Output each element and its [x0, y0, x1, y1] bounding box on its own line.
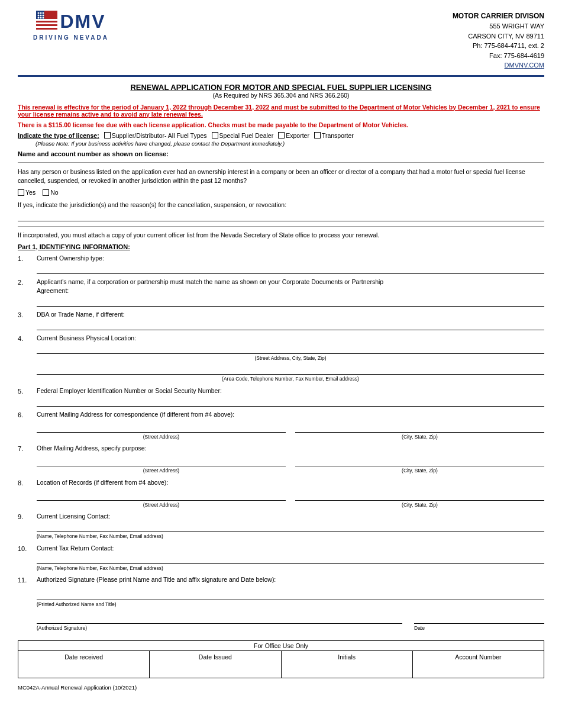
- item-7-number: 7.: [18, 444, 37, 452]
- license-options: Supplier/Distributor- All Fuel Types Spe…: [104, 132, 354, 139]
- item-2: 2. Applicant's name, if a corporation or…: [18, 278, 544, 307]
- item-11-printed-field[interactable]: [37, 591, 544, 600]
- item-9: 9. Current Licensing Contact: (Name, Tel…: [18, 512, 544, 540]
- item-11-printed-sublabel: (Printed Authorized Name and Title): [37, 601, 544, 608]
- item-8-label: Location of Records (if different from #…: [37, 479, 168, 486]
- item-11: 11. Authorized Signature (Please print N…: [18, 575, 544, 632]
- item-7-content: Other Mailing Address, specify purpose: …: [37, 444, 544, 475]
- item-11-date-field[interactable]: [414, 614, 544, 624]
- logo-subtitle: DRIVING NEVADA: [33, 34, 109, 41]
- page: DMV DRIVING NEVADA MOTOR CARRIER DIVISON…: [0, 0, 562, 728]
- svg-point-5: [38, 15, 40, 17]
- item-1-number: 1.: [18, 254, 37, 262]
- checkbox-exporter[interactable]: Exporter: [278, 132, 309, 139]
- checkbox-transporter-box[interactable]: [314, 132, 321, 138]
- item-9-label: Current Licensing Contact:: [37, 513, 110, 520]
- item-7-street-label: (Street Address): [37, 467, 286, 475]
- office-cell-account-number: Account Number: [413, 651, 544, 678]
- checkbox-exporter-label: Exporter: [286, 132, 309, 139]
- item-9-number: 9.: [18, 512, 37, 520]
- address-line1: 555 WRIGHT WAY: [124, 21, 544, 31]
- office-use-row: Date received Date Issued Initials Accou…: [18, 651, 544, 678]
- footer-text: MC042A-Annual Renewal Application (10/20…: [18, 684, 544, 691]
- office-cell-date-issued-label: Date Issued: [199, 653, 232, 661]
- item-10-sublabel: (Name, Telephone Number, Fax Number, Ema…: [37, 565, 544, 572]
- item-10-field[interactable]: [37, 555, 544, 564]
- item-7-city-label: (City, State, Zip): [295, 467, 544, 475]
- fax: Fax: 775-684-4619: [124, 51, 544, 61]
- checkbox-special-fuel-box[interactable]: [212, 132, 218, 138]
- svg-point-7: [43, 15, 44, 17]
- item-5-number: 5.: [18, 386, 37, 395]
- item-3-field[interactable]: [37, 321, 544, 330]
- checkbox-exporter-box[interactable]: [278, 132, 285, 138]
- checkbox-supplier[interactable]: Supplier/Distributor- All Fuel Types: [104, 132, 207, 139]
- item-2-content: Applicant's name, if a corporation or pa…: [37, 278, 544, 307]
- main-title: RENEWAL APPLICATION FOR MOTOR AND SPECIA…: [18, 83, 544, 92]
- item-1-content: Current Ownership type:: [37, 254, 544, 274]
- item-7-label: Other Mailing Address, specify purpose:: [37, 444, 147, 452]
- office-use-section: For Office Use Only Date received Date I…: [18, 640, 544, 678]
- item-11-content: Authorized Signature (Please print Name …: [37, 575, 544, 632]
- item-6: 6. Current Mailing Address for correspon…: [18, 410, 544, 441]
- no-option[interactable]: No: [43, 188, 58, 198]
- checkbox-transporter[interactable]: Transporter: [314, 132, 354, 139]
- item-6-content: Current Mailing Address for corresponden…: [37, 410, 544, 441]
- divider-1: [18, 162, 544, 163]
- item-4-phone-field[interactable]: [37, 365, 544, 375]
- item-8-city-field[interactable]: [295, 491, 544, 501]
- item-3: 3. DBA or Trade Name, if different:: [18, 310, 544, 330]
- item-6-label: Current Mailing Address for corresponden…: [37, 411, 234, 418]
- item-6-street-field[interactable]: [37, 423, 286, 433]
- item-8-street-field[interactable]: [37, 491, 286, 501]
- item-10-content: Current Tax Return Contact: (Name, Telep…: [37, 544, 544, 572]
- item-8-content: Location of Records (if different from #…: [37, 478, 544, 509]
- divider-2: [18, 226, 544, 227]
- item-6-city-label: (City, State, Zip): [295, 433, 544, 441]
- logo-area: DMV DRIVING NEVADA: [18, 11, 124, 41]
- item-9-field[interactable]: [37, 523, 544, 532]
- license-note: (Please Note: If your business activitie…: [35, 140, 544, 147]
- item-9-sublabel: (Name, Telephone Number, Fax Number, Ema…: [37, 533, 544, 540]
- item-1-field[interactable]: [37, 265, 544, 274]
- checkbox-special-fuel[interactable]: Special Fuel Dealer: [212, 132, 274, 139]
- yes-checkbox[interactable]: [18, 189, 24, 196]
- item-5-content: Federal Employer Identification Number o…: [37, 386, 544, 407]
- item-7-street-field[interactable]: [37, 457, 286, 466]
- item-6-city-field[interactable]: [295, 423, 544, 433]
- office-cell-initials-label: Initials: [338, 653, 356, 661]
- svg-rect-14: [36, 30, 57, 32]
- item-10: 10. Current Tax Return Contact: (Name, T…: [18, 544, 544, 572]
- item-7: 7. Other Mailing Address, specify purpos…: [18, 444, 544, 475]
- jurisdiction-field[interactable]: [18, 211, 544, 221]
- item-4-label: Current Business Physical Location:: [37, 334, 136, 342]
- item-4: 4. Current Business Physical Location: (…: [18, 334, 544, 383]
- checkbox-supplier-box[interactable]: [104, 132, 111, 138]
- item-2-number: 2.: [18, 278, 37, 286]
- item-4-street-field[interactable]: [37, 344, 544, 354]
- license-type-label: Indicate the type of license:: [18, 132, 99, 139]
- svg-point-10: [43, 17, 44, 19]
- item-10-label: Current Tax Return Contact:: [37, 545, 114, 552]
- office-cell-date-received-label: Date received: [64, 653, 103, 661]
- phone: Ph: 775-684-4711, ext. 2: [124, 41, 544, 51]
- item-11-sig-field[interactable]: [37, 614, 402, 624]
- item-11-label: Authorized Signature (Please print Name …: [37, 576, 276, 583]
- item-2-field[interactable]: [37, 297, 544, 307]
- svg-point-8: [38, 17, 40, 19]
- item-5-field[interactable]: [37, 397, 544, 407]
- address-line2: CARSON CITY, NV 89711: [124, 31, 544, 41]
- jurisdiction-line: If yes, indicate the jurisdiction(s) and…: [18, 201, 544, 221]
- item-3-label: DBA or Trade Name, if different:: [37, 311, 125, 318]
- website[interactable]: DMVNV.COM: [124, 60, 544, 70]
- yes-option[interactable]: Yes: [18, 188, 35, 198]
- svg-point-2: [38, 12, 40, 14]
- item-4-phone-label: (Area Code, Telephone Number, Fax Number…: [37, 375, 544, 383]
- office-cell-date-received: Date received: [18, 651, 150, 678]
- item-3-content: DBA or Trade Name, if different:: [37, 310, 544, 330]
- item-7-city-field[interactable]: [295, 457, 544, 466]
- office-use-header: For Office Use Only: [18, 641, 544, 651]
- item-8: 8. Location of Records (if different fro…: [18, 478, 544, 509]
- no-checkbox[interactable]: [43, 189, 49, 196]
- svg-point-6: [40, 15, 42, 17]
